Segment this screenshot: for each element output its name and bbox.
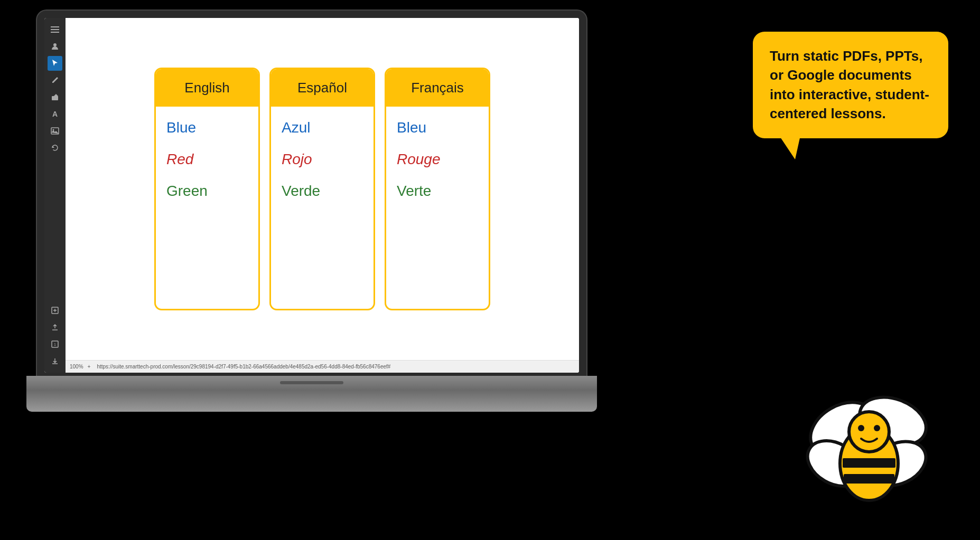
- canvas-area: English Blue Red Green Español: [66, 18, 579, 360]
- svg-text:A: A: [52, 110, 58, 118]
- francais-word-blue: Bleu: [397, 119, 478, 136]
- svg-point-3: [53, 43, 57, 46]
- english-card-body: Blue Red Green: [156, 107, 258, 309]
- speech-bubble-text: Turn static PDFs, PPTs, or Google docume…: [770, 48, 929, 121]
- pen-icon[interactable]: [48, 73, 62, 88]
- laptop-base: [26, 376, 597, 412]
- menu-icon[interactable]: [48, 22, 62, 37]
- scene: A: [0, 0, 980, 540]
- svg-rect-16: [843, 458, 895, 468]
- laptop-screen-outer: A: [37, 11, 586, 380]
- main-content: English Blue Red Green Español: [66, 18, 579, 373]
- espanol-card-header: Español: [271, 69, 374, 107]
- laptop-screen-inner: A: [44, 18, 579, 373]
- laptop: A: [26, 11, 597, 412]
- english-card: English Blue Red Green: [154, 68, 260, 310]
- svg-rect-1: [51, 29, 59, 30]
- speech-bubble: Turn static PDFs, PPTs, or Google docume…: [753, 32, 948, 138]
- upload-icon[interactable]: [48, 320, 62, 335]
- francais-card-body: Bleu Rouge Verte: [386, 107, 489, 309]
- svg-point-19: [858, 425, 864, 431]
- francais-word-green: Verte: [397, 183, 478, 200]
- svg-point-20: [874, 425, 880, 431]
- zoom-level: 100%: [70, 364, 83, 370]
- espanol-card: Español Azul Rojo Verde: [269, 68, 375, 310]
- text-icon[interactable]: A: [48, 107, 62, 121]
- svg-rect-4: [52, 96, 58, 100]
- add-page-icon[interactable]: [48, 303, 62, 318]
- english-card-header: English: [156, 69, 258, 107]
- svg-point-18: [849, 412, 889, 452]
- english-word-green: Green: [166, 183, 248, 200]
- svg-rect-2: [51, 32, 59, 33]
- espanol-word-blue: Azul: [282, 119, 363, 136]
- cursor-icon[interactable]: [48, 56, 62, 71]
- download-icon[interactable]: [48, 354, 62, 368]
- english-word-blue: Blue: [166, 119, 248, 136]
- page-number-icon: 1: [48, 337, 62, 352]
- svg-rect-0: [51, 26, 59, 27]
- espanol-word-green: Verde: [282, 183, 363, 200]
- svg-rect-17: [844, 474, 894, 484]
- espanol-word-red: Rojo: [282, 151, 363, 168]
- svg-text:1: 1: [54, 343, 56, 346]
- francais-card-header: Français: [386, 69, 489, 107]
- eraser-icon[interactable]: [48, 90, 62, 105]
- zoom-plus[interactable]: +: [88, 364, 91, 370]
- cards-container: English Blue Red Green Español: [154, 68, 490, 310]
- francais-word-red: Rouge: [397, 151, 478, 168]
- image-icon[interactable]: [48, 124, 62, 138]
- espanol-card-body: Azul Rojo Verde: [271, 107, 374, 309]
- bee-logo: [800, 382, 938, 519]
- user-icon[interactable]: [48, 39, 62, 54]
- undo-icon[interactable]: [48, 140, 62, 155]
- status-bar: 100% + https://suite.smarttech-prod.com/…: [66, 360, 579, 373]
- sidebar: A: [44, 18, 66, 373]
- url-display: https://suite.smarttech-prod.com/lesson/…: [97, 364, 390, 370]
- francais-card: Français Bleu Rouge Verte: [385, 68, 490, 310]
- english-word-red: Red: [166, 151, 248, 168]
